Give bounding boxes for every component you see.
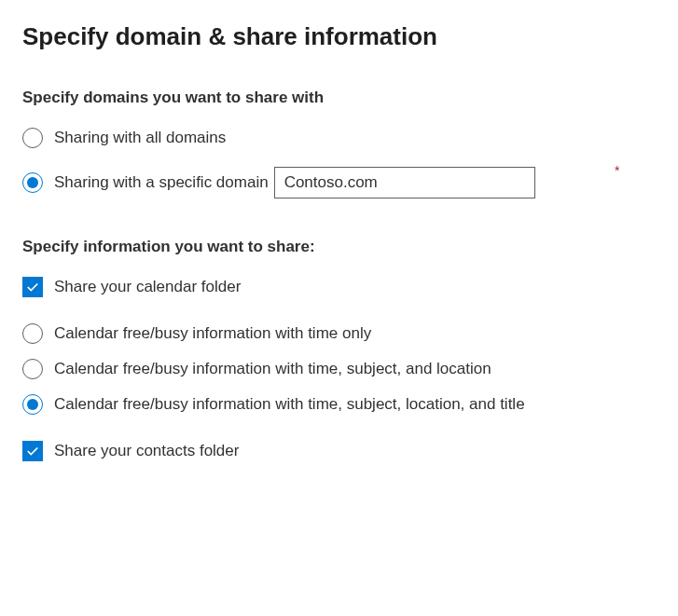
info-section-label: Specify information you want to share: xyxy=(22,238,656,256)
checkbox-share-calendar-label: Share your calendar folder xyxy=(54,278,241,296)
calendar-detail-time-subject-location-row[interactable]: Calendar free/busy information with time… xyxy=(22,359,656,379)
calendar-detail-time-subject-location-title-row[interactable]: Calendar free/busy information with time… xyxy=(22,394,656,415)
domain-option-all-row[interactable]: Sharing with all domains xyxy=(22,128,656,148)
radio-time-subject-location-title[interactable] xyxy=(22,394,43,415)
check-icon xyxy=(26,445,39,458)
checkbox-share-contacts-label: Share your contacts folder xyxy=(54,442,239,460)
calendar-detail-time-only-row[interactable]: Calendar free/busy information with time… xyxy=(22,323,656,344)
radio-time-only[interactable] xyxy=(22,323,43,344)
radio-time-subject-location-label: Calendar free/busy information with time… xyxy=(54,360,491,378)
radio-specific-domain[interactable] xyxy=(22,172,43,193)
check-icon xyxy=(26,281,39,294)
share-contacts-row[interactable]: Share your contacts folder xyxy=(22,441,656,461)
domain-section-label: Specify domains you want to share with xyxy=(22,89,656,107)
page-title: Specify domain & share information xyxy=(22,22,656,51)
checkbox-share-contacts[interactable] xyxy=(22,441,43,461)
radio-all-domains[interactable] xyxy=(22,128,43,148)
share-calendar-row[interactable]: Share your calendar folder xyxy=(22,277,656,297)
radio-all-domains-label: Sharing with all domains xyxy=(54,129,226,147)
radio-time-subject-location[interactable] xyxy=(22,359,43,379)
required-asterisk: * xyxy=(615,163,619,178)
radio-time-only-label: Calendar free/busy information with time… xyxy=(54,324,371,343)
radio-time-subject-location-title-label: Calendar free/busy information with time… xyxy=(54,395,525,414)
radio-specific-domain-label: Sharing with a specific domain xyxy=(54,173,269,192)
checkbox-share-calendar[interactable] xyxy=(22,277,43,297)
domain-input[interactable] xyxy=(274,167,535,198)
domain-option-specific-row[interactable]: Sharing with a specific domain * xyxy=(22,167,656,198)
